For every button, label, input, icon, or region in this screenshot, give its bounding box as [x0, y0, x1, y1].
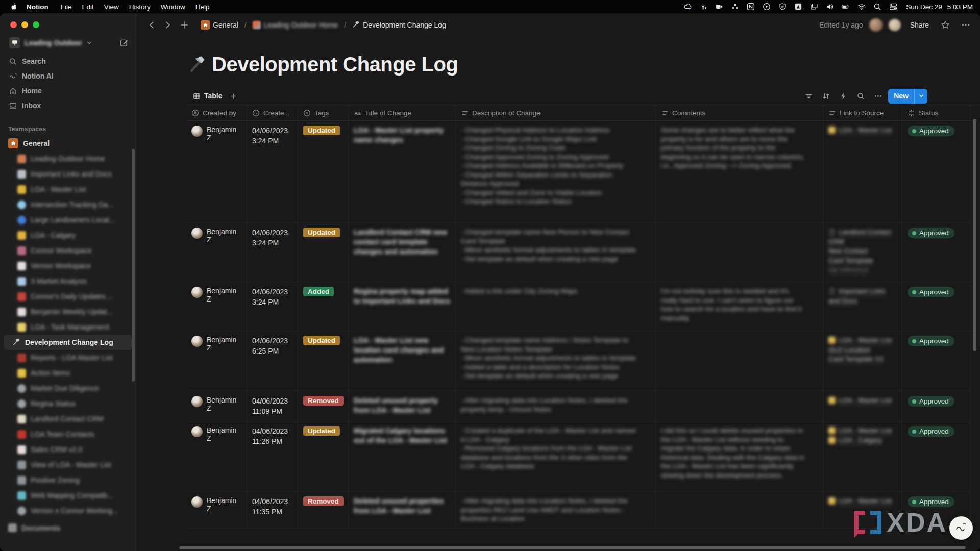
column-header-comments[interactable]: Comments: [656, 105, 823, 120]
cell-description[interactable]: - Added a link under City Zoning Maps: [456, 282, 656, 331]
shield-check-icon[interactable]: [776, 2, 789, 11]
avatar[interactable]: [869, 18, 883, 32]
cell-created-by[interactable]: Benjamin Z: [186, 223, 247, 282]
sidebar-item-action-items[interactable]: Action Items: [4, 365, 132, 381]
column-header-create-[interactable]: Create...: [247, 105, 298, 120]
sidebar-item-3-market-analysis[interactable]: 3 Market Analysis: [4, 273, 132, 289]
table-vertical-scrollbar[interactable]: [973, 119, 976, 351]
ollama-icon[interactable]: [697, 2, 709, 11]
sidebar-scrollbar[interactable]: [132, 149, 135, 382]
menu-help[interactable]: Help: [190, 2, 215, 12]
cell-created-time[interactable]: 04/06/202311:35 PM: [247, 492, 298, 528]
dots-app-icon[interactable]: [729, 2, 741, 11]
cell-description[interactable]: - Created a duplicate of the LOA - Maste…: [456, 421, 656, 491]
share-button[interactable]: Share: [907, 19, 932, 31]
sidebar-item-large-landowners-locat-[interactable]: Large Landowners Locat...: [4, 212, 132, 228]
source-link[interactable]: Important Links: [828, 287, 897, 296]
bolt-button[interactable]: [836, 89, 850, 103]
cell-status[interactable]: Approved: [902, 282, 971, 331]
sidebar-item-inbox[interactable]: Inbox: [4, 98, 132, 113]
cell-description[interactable]: - Changed Physical Address to Location A…: [456, 121, 656, 222]
source-link[interactable]: LOA - Master List: [828, 496, 897, 506]
cell-status[interactable]: Approved: [902, 421, 971, 491]
sidebar-item-sales-crm-v2-0[interactable]: Sales CRM v2.0: [4, 442, 132, 457]
cell-title[interactable]: Landlord Contact CRM newcontact card tem…: [349, 223, 456, 282]
sidebar-item-connor-workspace[interactable]: Connor Workspace: [4, 243, 132, 258]
cell-title[interactable]: Migrated Calgary locationsout of the LOA…: [349, 421, 456, 491]
cell-status[interactable]: Approved: [902, 391, 971, 421]
sidebar-item-regina-status[interactable]: Regina Status: [4, 396, 132, 411]
cell-description[interactable]: - After migrating data into Location Not…: [456, 492, 656, 528]
cell-created-by[interactable]: Benjamin Z: [186, 391, 247, 421]
more-options-icon[interactable]: [959, 18, 973, 32]
new-record-button[interactable]: New: [888, 89, 927, 104]
column-header-created-by[interactable]: Created by: [186, 105, 247, 120]
breadcrumb-general[interactable]: General: [198, 19, 241, 31]
cell-created-time[interactable]: 04/06/20233:24 PM: [247, 223, 298, 282]
sidebar-item-vernon-x-connor-working-[interactable]: Vernon x Connor Working...: [4, 503, 132, 518]
cell-created-time[interactable]: 04/06/20236:25 PM: [247, 331, 298, 391]
source-link[interactable]: CRM: [828, 237, 897, 247]
menu-edit[interactable]: Edit: [77, 2, 99, 12]
cell-comments[interactable]: [656, 331, 823, 391]
source-link[interactable]: LOA - Calgary: [828, 436, 897, 445]
page-hammer-icon[interactable]: [187, 54, 207, 76]
cell-created-by[interactable]: Benjamin Z: [186, 421, 247, 491]
cell-tags[interactable]: Updated: [298, 421, 349, 491]
horizontal-scrollbar[interactable]: [179, 546, 966, 549]
cell-title[interactable]: Deleted unused propertiesfrom LOA - Mast…: [349, 492, 456, 528]
cell-tags[interactable]: Added: [298, 282, 349, 331]
page-title[interactable]: Development Change Log: [212, 53, 458, 76]
cell-status[interactable]: Approved: [902, 223, 971, 282]
source-link[interactable]: Card Template V2: [828, 355, 897, 364]
sidebar-item-landlord-contact-crm[interactable]: Landlord Contact CRM: [4, 411, 132, 427]
sidebar-item-development-change-log[interactable]: Development Change Log: [4, 335, 132, 350]
sidebar-item-loa-team-contacts[interactable]: LOA Team Contacts: [4, 427, 132, 442]
cell-description[interactable]: - Changed template name New Person to Ne…: [456, 223, 656, 282]
menubar-clock[interactable]: Sun Dec 295:03 PM: [906, 3, 973, 11]
wifi-icon[interactable]: [855, 2, 868, 11]
apple-logo-icon[interactable]: [7, 2, 19, 11]
tab-table-view[interactable]: Table: [191, 90, 225, 102]
cell-created-time[interactable]: 04/06/20233:24 PM: [247, 121, 298, 222]
sidebar-item-positive-zoning[interactable]: Positive Zoning: [4, 472, 132, 488]
control-center-icon[interactable]: [887, 2, 899, 11]
column-header-status[interactable]: Status: [902, 105, 971, 120]
cell-status[interactable]: Approved: [902, 121, 971, 222]
new-dropdown-chevron-icon[interactable]: [914, 89, 927, 104]
menu-file[interactable]: File: [56, 2, 77, 12]
sidebar-item-benjamin-weekly-updat-[interactable]: Benjamin Weekly Updat...: [4, 304, 132, 319]
cell-title[interactable]: LOA - Master List newlocation card chang…: [349, 331, 456, 391]
notion-app-icon[interactable]: [745, 2, 757, 11]
workspace-switcher[interactable]: Leading Outdoor: [6, 35, 132, 51]
cell-link-to-source[interactable]: LOA - Master ListOLD LocationCard Templa…: [823, 331, 902, 391]
menu-app-name[interactable]: Notion: [21, 2, 54, 12]
cell-tags[interactable]: Updated: [298, 331, 349, 391]
cell-created-by[interactable]: Benjamin Z: [186, 282, 247, 331]
sidebar-item-vernon-workspace[interactable]: Vernon Workspace: [4, 258, 132, 273]
sidebar-item-search[interactable]: Search: [4, 54, 132, 68]
source-link[interactable]: OLD Location: [828, 345, 897, 355]
menu-view[interactable]: View: [99, 2, 124, 12]
sidebar-item-loa-calgary[interactable]: LOA - Calgary: [4, 228, 132, 243]
sidebar-item-reports-loa-master-list[interactable]: Reports - LOA Master List: [4, 350, 132, 365]
sidebar-item-leading-outdoor-home[interactable]: Leading Outdoor Home: [4, 151, 132, 166]
cell-link-to-source[interactable]: Important Linksand Docs: [823, 282, 902, 331]
cell-tags[interactable]: Updated: [298, 223, 349, 282]
minimize-window-button[interactable]: [21, 21, 28, 28]
cell-link-to-source[interactable]: LOA - Master List: [823, 391, 902, 421]
cell-title[interactable]: LOA - Master List propertyname changes: [349, 121, 456, 222]
cell-tags[interactable]: Updated: [298, 121, 349, 222]
cell-description[interactable]: - Changed template name Address / Notes …: [456, 331, 656, 391]
sidebar-item-important-links-and-docs[interactable]: Important Links and Docs: [4, 166, 132, 182]
source-link[interactable]: LOA - Master List: [828, 126, 897, 135]
source-link[interactable]: LOA - Master List: [828, 396, 897, 406]
cell-tags[interactable]: Removed: [298, 492, 349, 528]
cell-link-to-source[interactable]: Landlord ContactCRMNew ContactCard Templ…: [823, 223, 902, 282]
search-button[interactable]: [853, 89, 868, 103]
back-icon[interactable]: [144, 18, 159, 32]
column-header-title-of-change[interactable]: AaTitle of Change: [349, 105, 456, 120]
play-circle-icon[interactable]: [761, 2, 773, 11]
screen-recorder-icon[interactable]: [713, 2, 725, 11]
cell-created-by[interactable]: Benjamin Z: [186, 121, 247, 222]
